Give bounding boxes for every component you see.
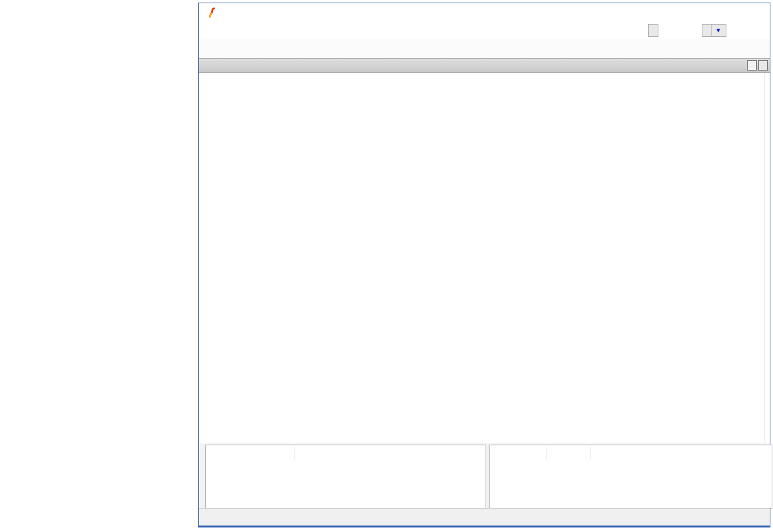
tab-close-button[interactable]: [758, 60, 768, 71]
close-button[interactable]: [740, 3, 766, 23]
maximize-button[interactable]: [714, 3, 740, 23]
menu-bar: ▼: [199, 23, 770, 39]
waveform-viewer-button[interactable]: ▼: [702, 24, 726, 37]
plot-tab-bar: [199, 58, 770, 73]
minimize-button[interactable]: [688, 3, 714, 23]
plot-area[interactable]: [199, 73, 769, 443]
waveform-viewer-window: ▼: [198, 3, 770, 527]
title-bar[interactable]: [199, 3, 770, 23]
screenshot-canvas: ▼: [0, 0, 773, 532]
command-shell-button[interactable]: [648, 24, 658, 37]
status-bar: [199, 508, 770, 526]
chevron-down-icon[interactable]: ▼: [711, 24, 721, 37]
window-controls: [688, 3, 766, 23]
simetrix-logo-icon: [207, 7, 218, 19]
legend-window: [205, 445, 486, 509]
toolbar: [199, 39, 770, 60]
measurement-window: [489, 445, 772, 509]
tab-list-dropdown-button[interactable]: [747, 60, 757, 71]
